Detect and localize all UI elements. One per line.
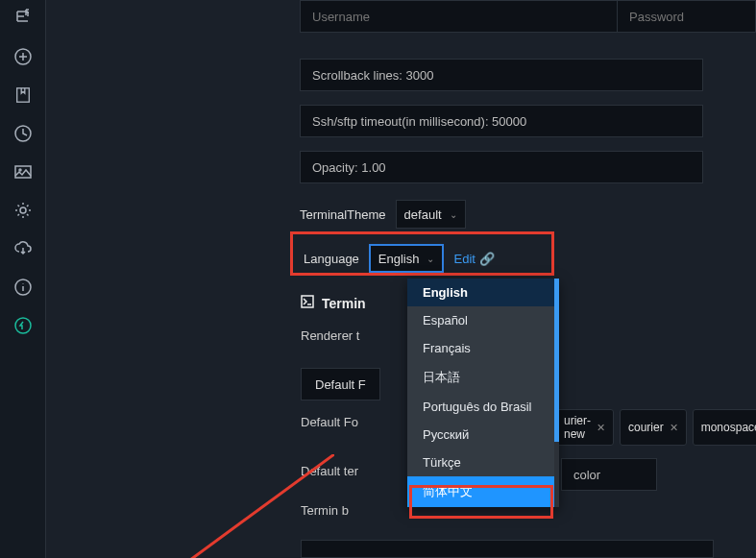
font-chip[interactable]: urier-new✕: [555, 409, 614, 446]
terminal-theme-value: default: [404, 207, 442, 222]
bottom-field[interactable]: [301, 540, 714, 558]
option-text: Español: [423, 313, 468, 328]
language-row: Language English ⌄ Edit 🔗: [304, 244, 495, 273]
sync-icon[interactable]: [12, 315, 34, 336]
language-option[interactable]: Português do Brasil: [407, 393, 559, 421]
link-icon: 🔗: [479, 252, 495, 266]
terminal-header-text: Termin: [322, 296, 366, 311]
terminal-theme-label: TerminalTheme: [300, 207, 386, 222]
language-label: Language: [304, 252, 359, 266]
option-text: Русский: [423, 427, 469, 442]
default-f-button[interactable]: Default F: [301, 368, 380, 400]
default-f-label: Default F: [315, 377, 366, 392]
option-text: 日本語: [423, 370, 460, 384]
default-ter-label: Default ter: [301, 464, 358, 478]
opacity-field[interactable]: Opacity: 1.00: [300, 151, 703, 183]
gear-icon[interactable]: [12, 200, 34, 221]
svg-point-5: [20, 207, 26, 213]
default-ter-value: color: [573, 468, 600, 482]
language-select[interactable]: English ⌄: [369, 244, 445, 273]
username-input[interactable]: [300, 0, 618, 33]
terminal-bottom-label: Termin: [301, 503, 338, 518]
credentials-row: [300, 0, 756, 33]
close-icon[interactable]: ✕: [597, 422, 605, 434]
option-text: Português do Brasil: [423, 400, 531, 414]
logo-icon[interactable]: [12, 8, 34, 29]
option-text: English: [423, 285, 468, 300]
terminal-theme-row: TerminalTheme default ⌄: [300, 200, 466, 229]
edit-label: Edit: [453, 252, 475, 266]
svg-rect-1: [16, 88, 29, 102]
terminal-theme-select[interactable]: default ⌄: [396, 200, 466, 229]
language-option[interactable]: Español: [407, 306, 559, 334]
bookmark-icon[interactable]: [12, 85, 34, 106]
info-icon[interactable]: [12, 277, 34, 298]
timeout-field[interactable]: Ssh/sftp timeout(in millisecond): 50000: [300, 105, 703, 137]
password-input[interactable]: [618, 0, 756, 33]
language-option[interactable]: Türkçe: [407, 449, 559, 476]
cloud-download-icon[interactable]: [12, 238, 34, 259]
language-option[interactable]: 日本語: [407, 362, 559, 393]
language-option[interactable]: Русский: [407, 421, 559, 449]
chip-text: courier: [628, 421, 664, 434]
language-edit-link[interactable]: Edit 🔗: [453, 252, 494, 266]
dropdown-scrollbar-thumb[interactable]: [554, 279, 559, 442]
content: Scrollback lines: 3000 Ssh/sftp timeout(…: [46, 0, 756, 558]
language-option[interactable]: English: [407, 279, 559, 306]
font-chip[interactable]: courier✕: [620, 409, 687, 446]
svg-point-7: [15, 318, 31, 333]
chevron-down-icon: ⌄: [427, 254, 434, 264]
option-text: 简体中文: [423, 484, 473, 498]
option-text: Français: [423, 341, 471, 355]
language-option[interactable]: Français: [407, 334, 559, 362]
timeout-value: Ssh/sftp timeout(in millisecond): 50000: [312, 114, 526, 129]
font-chips: urier-new✕ courier✕ monospace✕: [555, 409, 756, 446]
default-ter-input[interactable]: color: [561, 458, 657, 491]
close-icon[interactable]: ✕: [670, 422, 678, 434]
language-value: English: [378, 252, 420, 266]
terminal-icon: [301, 295, 314, 311]
renderer-label: Renderer t: [301, 328, 359, 343]
add-icon[interactable]: [12, 46, 34, 67]
sidebar: [0, 0, 46, 558]
clock-icon[interactable]: [12, 123, 34, 144]
image-icon[interactable]: [12, 161, 34, 182]
language-dropdown: English Español Français 日本語 Português d…: [407, 279, 559, 507]
default-for-label: Default Fo: [301, 415, 358, 429]
option-text: Türkçe: [423, 455, 461, 470]
scrollback-field[interactable]: Scrollback lines: 3000: [300, 59, 703, 91]
language-option[interactable]: 简体中文: [407, 476, 559, 507]
opacity-value: Opacity: 1.00: [312, 160, 386, 175]
terminal-section-header: Termin: [301, 295, 366, 311]
svg-point-4: [19, 169, 21, 171]
font-chip[interactable]: monospace✕: [693, 409, 756, 446]
chip-text: monospace: [701, 421, 756, 434]
chevron-down-icon: ⌄: [450, 209, 457, 220]
chip-text: urier-new: [564, 414, 591, 441]
scrollback-value: Scrollback lines: 3000: [312, 68, 433, 83]
